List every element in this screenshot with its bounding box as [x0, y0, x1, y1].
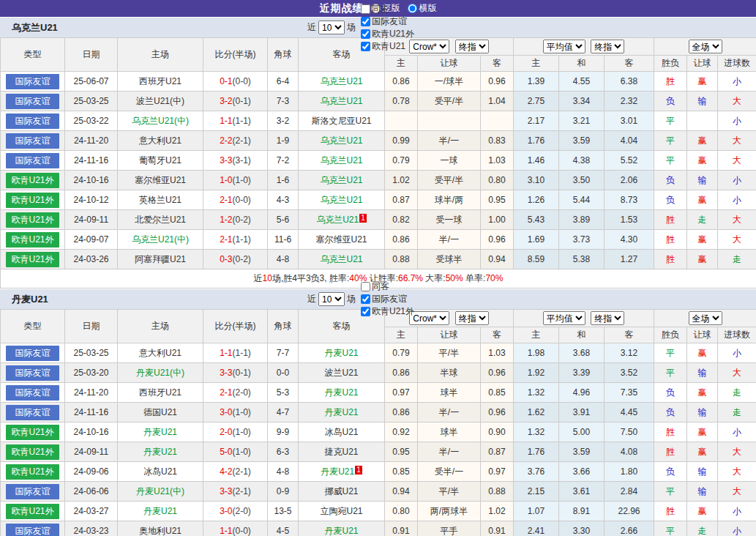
average-select[interactable]: 平均值 — [543, 40, 585, 53]
col-home: 主场 — [118, 310, 203, 343]
filter-checkbox-国际友谊[interactable]: 国际友谊 — [358, 293, 414, 305]
away-team-name[interactable]: 丹麦U21 — [324, 348, 358, 358]
home-team-name[interactable]: 葡萄牙U21 — [139, 155, 181, 165]
fulltime-select[interactable]: 全场 — [689, 311, 722, 325]
odds-handicap: 两/两球半 — [418, 502, 481, 521]
away-team-name[interactable]: 乌克兰U21 — [320, 135, 362, 146]
home-team-name[interactable]: 奥地利U21 — [139, 526, 181, 536]
home-team-name[interactable]: 意大利U21 — [139, 348, 181, 358]
away-team-name[interactable]: 丹麦U21 — [324, 387, 358, 398]
score-cell[interactable]: 5-0(1-0) — [203, 442, 268, 462]
away-team-name[interactable]: 丹麦U21 — [324, 407, 358, 417]
bookmaker-select[interactable]: Crow* — [409, 40, 449, 53]
score-cell[interactable]: 1-2(0-2) — [203, 210, 268, 230]
checkbox-欧青U21[interactable] — [361, 42, 370, 51]
away-team-name[interactable]: 乌克兰U21 — [316, 215, 359, 225]
away-team-name[interactable]: 乌克兰U21 — [320, 175, 362, 185]
final-odds-select-2[interactable]: 终指 — [591, 311, 624, 325]
filter-checkbox-同主[interactable]: 同主 — [358, 3, 414, 15]
away-team-name[interactable]: 乌克兰U21 — [320, 155, 362, 165]
home-team-name[interactable]: 塞尔维亚U21 — [135, 175, 186, 185]
home-team-name[interactable]: 德国U21 — [143, 407, 177, 417]
score-cell[interactable]: 2-0(1-0) — [203, 423, 268, 442]
fulltime-score: 3-3 — [220, 155, 232, 165]
filter-checkbox-欧青U21外[interactable]: 欧青U21外 — [358, 305, 414, 318]
away-team-name[interactable]: 丹麦U21 — [324, 526, 358, 536]
score-cell[interactable]: 2-1(2-0) — [203, 383, 268, 403]
home-team-name[interactable]: 丹麦U21(中) — [136, 368, 184, 378]
checkbox-国际友谊[interactable] — [361, 294, 370, 304]
away-team-name[interactable]: 立陶宛U21 — [320, 506, 362, 516]
away-team-name[interactable]: 塞尔维亚U21 — [315, 234, 367, 245]
score-cell[interactable]: 2-2(2-1) — [203, 131, 268, 151]
filter-checkbox-国际友谊[interactable]: 国际友谊 — [358, 15, 414, 28]
checkbox-欧青U21外[interactable] — [361, 307, 370, 316]
home-team-name[interactable]: 丹麦U21(中) — [136, 486, 184, 496]
score-cell[interactable]: 3-3(0-1) — [203, 363, 268, 383]
home-team-name[interactable]: 西班牙U21 — [139, 387, 181, 398]
away-team-name[interactable]: 波兰U21 — [324, 368, 358, 378]
final-odds-select-2[interactable]: 终指 — [591, 40, 624, 53]
score-cell[interactable]: 1-1(1-1) — [203, 111, 268, 131]
away-team-name[interactable]: 挪威U21 — [324, 486, 358, 496]
score-cell[interactable]: 3-2(0-1) — [203, 92, 268, 111]
away-team-name[interactable]: 冰岛U21 — [324, 427, 358, 437]
score-cell[interactable]: 1-1(0-0) — [203, 521, 268, 536]
recent-games-select[interactable]: 10 — [318, 292, 345, 306]
checkbox-欧青U21外[interactable] — [361, 29, 370, 39]
handicap-result-cell: 赢 — [687, 230, 718, 250]
halftime-score: (0-0) — [233, 526, 251, 536]
score-cell[interactable]: 1-0(1-0) — [203, 171, 268, 190]
score-cell[interactable]: 3-3(2-1) — [203, 482, 268, 502]
final-odds-select[interactable]: 终指 — [455, 311, 489, 325]
home-team-name[interactable]: 乌克兰U21(中) — [132, 116, 189, 126]
filter-checkbox-欧青U21外[interactable]: 欧青U21外 — [358, 28, 414, 40]
odds-handicap: 受半/一 — [418, 462, 481, 482]
home-team-name[interactable]: 乌克兰U21(中) — [132, 234, 189, 245]
away-team-name[interactable]: 乌克兰U21 — [320, 254, 362, 264]
score-cell[interactable]: 3-0(2-0) — [203, 502, 268, 521]
average-select[interactable]: 平均值 — [543, 311, 585, 325]
home-team-name[interactable]: 波兰U21(中) — [136, 96, 184, 106]
home-team-name[interactable]: 丹麦U21 — [143, 506, 177, 516]
checkbox-同客[interactable] — [361, 282, 370, 291]
score-cell[interactable]: 2-1(1-1) — [203, 230, 268, 250]
table-row: 国际友谊24-11-20意大利U212-2(2-1)1-9乌克兰U210.99半… — [1, 131, 756, 151]
fulltime-select[interactable]: 全场 — [689, 40, 722, 53]
away-team-name[interactable]: 乌克兰U21 — [320, 96, 362, 106]
avg-away: 1.53 — [605, 210, 654, 230]
score-cell[interactable]: 4-2(2-1) — [203, 462, 268, 482]
odds-home: 0.78 — [385, 92, 418, 111]
away-team-name[interactable]: 乌克兰U21 — [320, 76, 362, 86]
home-team-name[interactable]: 丹麦U21 — [143, 427, 177, 437]
home-team-name[interactable]: 英格兰U21 — [139, 195, 181, 205]
checkbox-同主[interactable] — [361, 4, 370, 14]
handicap-result-cell: 输 — [687, 482, 718, 502]
score-cell[interactable]: 3-3(3-1) — [203, 151, 268, 171]
home-team-name[interactable]: 丹麦U21 — [143, 447, 177, 457]
bookmaker-select[interactable]: Crow* — [409, 311, 449, 325]
away-team-name[interactable]: 乌克兰U21 — [320, 195, 362, 205]
handicap-result-badge: 输 — [698, 486, 707, 496]
home-team-name[interactable]: 西班牙U21 — [139, 76, 181, 86]
handicap-result-cell: 赢 — [687, 250, 718, 269]
home-team-name[interactable]: 意大利U21 — [139, 135, 181, 146]
filter-checkbox-欧青U21[interactable]: 欧青U21 — [358, 40, 414, 53]
recent-games-select[interactable]: 10 — [318, 21, 345, 34]
away-team-name[interactable]: 斯洛文尼亚U21 — [311, 116, 371, 126]
home-team-name[interactable]: 北爱尔兰U21 — [135, 215, 186, 225]
final-odds-select[interactable]: 终指 — [455, 40, 489, 53]
score-cell[interactable]: 0-1(0-0) — [203, 72, 268, 92]
home-team-cell: 波兰U21(中) — [118, 92, 203, 111]
away-team-name[interactable]: 捷克U21 — [324, 447, 358, 457]
score-cell[interactable]: 0-3(0-2) — [203, 250, 268, 269]
goals-result-cell: 大 — [718, 363, 756, 383]
away-team-name[interactable]: 丹麦U21 — [321, 466, 354, 477]
home-team-name[interactable]: 冰岛U21 — [143, 466, 177, 477]
score-cell[interactable]: 2-1(0-0) — [203, 190, 268, 210]
score-cell[interactable]: 1-1(1-1) — [203, 343, 268, 363]
score-cell[interactable]: 3-0(1-0) — [203, 403, 268, 423]
filter-checkbox-同客[interactable]: 同客 — [358, 280, 414, 293]
checkbox-国际友谊[interactable] — [361, 17, 370, 26]
home-team-name[interactable]: 阿塞拜疆U21 — [135, 254, 186, 264]
